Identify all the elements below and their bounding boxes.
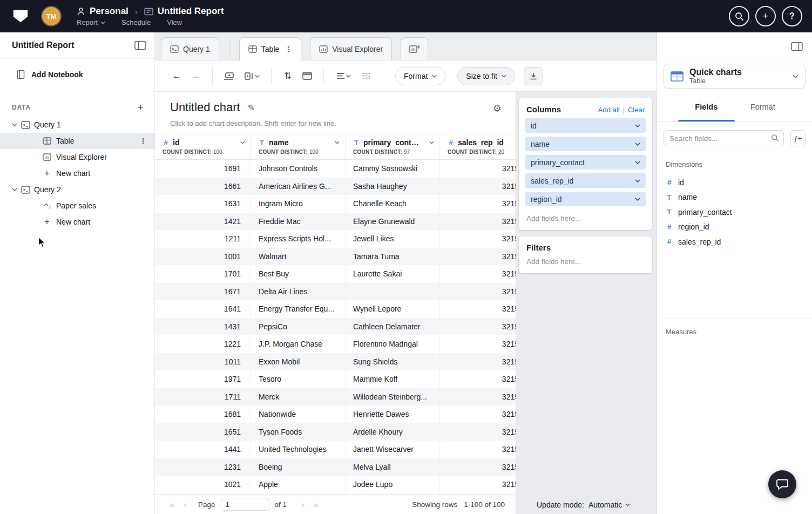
field-item-sales_rep_id[interactable]: #sales_rep_id: [666, 234, 803, 249]
cell-sales-rep-id: 3215: [440, 265, 516, 283]
column-header-sales-rep-id[interactable]: #sales_rep_id COUNT DISTINCT: 20: [440, 134, 516, 159]
tab-query-1[interactable]: Query 1: [161, 37, 219, 60]
text-wrap-button[interactable]: [356, 66, 376, 86]
menu-view[interactable]: View: [167, 18, 182, 26]
table-row[interactable]: 1671Delta Air Lines3215: [155, 283, 516, 301]
cell-primary-contact: Henriette Dawes: [346, 405, 440, 423]
collapse-sidebar-button[interactable]: [134, 40, 147, 51]
size-to-fit-button[interactable]: Size to fit: [457, 67, 515, 85]
column-header-name[interactable]: Tname COUNT DISTINCT: 100: [251, 134, 346, 159]
table-row[interactable]: 1701Best BuyLaurette Sakai3215: [155, 265, 516, 283]
table-row[interactable]: 1221J.P. Morgan ChaseFlorentino Madrigal…: [155, 335, 516, 353]
sidebar-item-query-1[interactable]: Query 1: [0, 117, 154, 133]
redo-button[interactable]: →: [186, 66, 206, 86]
table-row[interactable]: 1001WalmartTamara Tuma3215: [155, 248, 516, 266]
table-row[interactable]: 1661American Airlines G...Sasha Haughey3…: [155, 178, 516, 195]
search-fields-input[interactable]: [664, 130, 784, 146]
insert-column-icon: [244, 72, 254, 80]
filters-drop-zone[interactable]: Add fields here...: [519, 256, 652, 273]
tab-fields[interactable]: Fields: [678, 98, 735, 121]
column-header-primary-contact[interactable]: Tprimary_contact COUNT DISTINCT: 97: [346, 134, 440, 159]
search-button[interactable]: [729, 6, 749, 26]
table-row[interactable]: 1431PepsiCoCathleen Delamater3215: [155, 318, 516, 336]
align-button[interactable]: [330, 66, 356, 86]
add-data-button[interactable]: +: [138, 102, 144, 112]
undo-button[interactable]: ←: [167, 66, 186, 86]
last-page-button[interactable]: »: [309, 500, 322, 509]
table-row[interactable]: 1681NationwideHenriette Dawes3215: [155, 405, 516, 423]
column-pill-primary_contact[interactable]: primary_contact: [525, 155, 646, 170]
next-page-button[interactable]: ›: [296, 500, 309, 509]
quick-charts-select[interactable]: Quick charts Table: [664, 64, 806, 89]
clear-link[interactable]: Clear: [628, 106, 645, 114]
insert-column-button[interactable]: [239, 66, 265, 86]
column-pill-name[interactable]: name: [525, 137, 646, 151]
table-row[interactable]: 1631Ingram MicroChanelle Keach3215: [155, 195, 516, 213]
edit-title-icon[interactable]: ✎: [248, 103, 255, 113]
workspace-name[interactable]: Personal: [90, 6, 128, 17]
help-button[interactable]: ?: [782, 6, 802, 26]
report-title[interactable]: Untitled Report: [158, 6, 224, 17]
chart-title[interactable]: Untitled chart: [170, 99, 240, 116]
column-header-id[interactable]: #id COUNT DISTINCT: 100: [155, 134, 251, 159]
menu-schedule[interactable]: Schedule: [121, 18, 151, 26]
sidebar-item-paper-sales[interactable]: 2 Paper sales: [0, 198, 154, 214]
column-pill-region_id[interactable]: region_id: [525, 192, 646, 206]
sort-button[interactable]: ⇅: [278, 66, 297, 86]
field-item-primary_contact[interactable]: Tprimary_contact: [666, 205, 803, 220]
menu-report[interactable]: Report: [77, 18, 105, 26]
item-menu-button[interactable]: ⋮: [139, 137, 147, 145]
table-row[interactable]: 1641Energy Transfer Equ...Wynell Lepore3…: [155, 300, 516, 318]
sidebar-item-query-2[interactable]: Query 2: [0, 181, 154, 198]
table-row[interactable]: 1231BoeingMelva Lyall3215: [155, 458, 516, 476]
collapse-panel-button[interactable]: [790, 41, 803, 52]
chart-description-placeholder[interactable]: Click to add chart description. Shift-en…: [170, 119, 503, 127]
help-chat-button[interactable]: [768, 470, 796, 498]
update-mode-select[interactable]: Automatic: [588, 501, 630, 509]
table-row[interactable]: 1011Exxon MobilSung Shields3215: [155, 353, 516, 371]
add-all-link[interactable]: Add all: [598, 106, 620, 114]
search-icon: [771, 134, 779, 142]
add-notebook-button[interactable]: Add Notebook: [16, 70, 154, 79]
tab-format[interactable]: Format: [735, 98, 791, 121]
chevron-down-icon[interactable]: [429, 141, 434, 144]
column-pill-id[interactable]: id: [525, 118, 646, 133]
table-row[interactable]: 1691Johnson ControlsCammy Sosnowski3215: [155, 160, 516, 178]
table-row[interactable]: 1651Tyson FoodsArdelle Khoury3215: [155, 423, 516, 441]
chevron-down-icon[interactable]: [240, 141, 245, 144]
add-button[interactable]: +: [755, 6, 776, 26]
table-row[interactable]: 1711MerckWillodean Steinberg...3215: [155, 388, 516, 406]
columns-drop-zone[interactable]: Add fields here...: [519, 210, 652, 230]
format-button[interactable]: Format: [395, 67, 445, 85]
table-row[interactable]: 1971TesoroMammie Koff3215: [155, 370, 516, 388]
tab-menu-button[interactable]: ⋮: [285, 45, 292, 53]
sidebar-item-new-chart-2[interactable]: + New chart: [0, 214, 154, 230]
tab-visual-explorer[interactable]: Visual Explorer: [310, 37, 392, 60]
chevron-down-icon[interactable]: [335, 141, 340, 144]
table-row[interactable]: 1421Freddie MacElayne Grunewald3215: [155, 213, 516, 231]
chevron-down-icon: [635, 143, 640, 146]
sidebar-item-visual-explorer[interactable]: Visual Explorer: [0, 149, 154, 165]
chart-settings-gear-icon[interactable]: ⚙: [493, 103, 502, 114]
add-chart-tab-button[interactable]: [401, 37, 428, 60]
table-row[interactable]: 1441United TechnologiesJanett Wisecarver…: [155, 441, 516, 458]
insert-row-button[interactable]: [219, 66, 239, 86]
sidebar-item-table[interactable]: Table ⋮: [0, 133, 154, 149]
column-pill-sales_rep_id[interactable]: sales_rep_id: [525, 173, 646, 188]
table-row[interactable]: 1211Express Scripts Hol...Jewell Likes32…: [155, 230, 516, 248]
table-row[interactable]: 1021AppleJodee Lupo3215: [155, 476, 516, 493]
page-number-input[interactable]: [221, 498, 269, 511]
field-item-name[interactable]: Tname: [666, 190, 803, 205]
field-item-id[interactable]: #id: [666, 175, 803, 190]
mode-logo[interactable]: [10, 7, 31, 25]
cell-name: United Technologies: [251, 441, 346, 458]
avatar[interactable]: TM: [42, 7, 60, 25]
download-button[interactable]: [524, 67, 543, 85]
sidebar-item-new-chart-1[interactable]: + New chart: [0, 165, 154, 181]
prev-page-button[interactable]: ‹: [179, 500, 192, 509]
add-calculation-button[interactable]: ƒ+: [790, 130, 806, 146]
tab-table[interactable]: Table ⋮: [239, 37, 301, 60]
first-page-button[interactable]: «: [166, 500, 179, 509]
freeze-table-button[interactable]: [297, 66, 317, 86]
field-item-region_id[interactable]: #region_id: [666, 220, 803, 235]
